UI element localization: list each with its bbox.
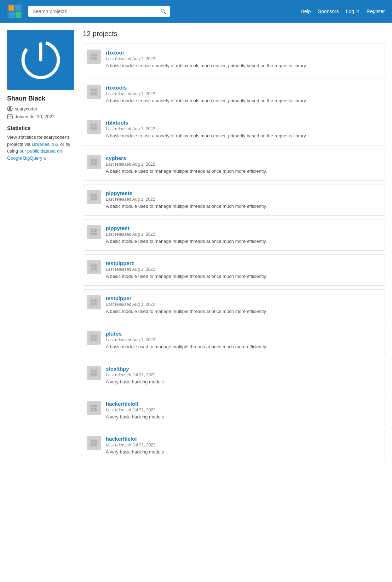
search-wrapper: 🔍 xyxy=(28,6,170,17)
project-thumbnail xyxy=(87,331,101,345)
project-info: rbxtool Last released Aug 1, 2022 A basi… xyxy=(106,50,381,69)
project-description: A basic module to use a variety of roblo… xyxy=(106,133,381,139)
svg-rect-69 xyxy=(91,440,93,443)
svg-rect-62 xyxy=(94,373,97,376)
svg-rect-39 xyxy=(91,229,93,232)
svg-rect-55 xyxy=(94,335,97,337)
project-thumbnail xyxy=(87,120,101,134)
user-meta-username: scarycoder xyxy=(7,106,74,112)
svg-rect-52 xyxy=(94,303,97,305)
svg-rect-58 xyxy=(90,369,98,377)
svg-rect-31 xyxy=(91,162,93,165)
project-info: stealthpy Last released Jul 31, 2022 A v… xyxy=(106,366,381,385)
project-name[interactable]: cyphers xyxy=(106,155,381,161)
project-thumbnail xyxy=(87,401,101,415)
package-icon xyxy=(88,51,99,62)
project-item: cyphers Last released Aug 1, 2022 A basi… xyxy=(83,149,385,181)
project-name[interactable]: hackerfileloll xyxy=(106,401,381,407)
project-thumbnail xyxy=(87,260,101,274)
joined-text: Joined Jul 30, 2022 xyxy=(15,114,55,119)
project-date: Last released Aug 1, 2022 xyxy=(106,337,381,342)
project-info: hackerfileloll Last released Jul 31, 202… xyxy=(106,401,381,420)
svg-rect-26 xyxy=(91,127,93,130)
project-thumbnail xyxy=(87,85,101,99)
project-name[interactable]: rbxtool xyxy=(106,50,381,56)
project-info: rblxtools Last released Aug 1, 2022 A ba… xyxy=(106,120,381,139)
svg-rect-27 xyxy=(94,127,97,130)
project-name[interactable]: testpipper xyxy=(106,295,381,301)
project-thumbnail xyxy=(87,50,101,64)
project-item: testpipper Last released Aug 1, 2022 A b… xyxy=(83,289,385,321)
user-circle-icon xyxy=(7,106,13,112)
project-thumbnail xyxy=(87,366,101,380)
project-thumbnail xyxy=(87,295,101,309)
package-icon xyxy=(88,262,99,273)
nav-sponsors[interactable]: Sponsors xyxy=(318,8,339,14)
project-description: A basic module to use a variety of roblo… xyxy=(106,98,381,104)
libraries-link[interactable]: Libraries.io xyxy=(31,142,54,147)
package-icon xyxy=(88,86,99,97)
project-description: A basic module used to manage multiple t… xyxy=(106,238,381,245)
project-name[interactable]: rbxtools xyxy=(106,85,381,91)
nav-links: Help Sponsors Log in Register xyxy=(301,8,385,14)
project-info: hackerfilelol Last released Jul 31, 2022… xyxy=(106,436,381,455)
project-date: Last released Jul 31, 2022 xyxy=(106,407,381,412)
project-name[interactable]: rblxtools xyxy=(106,120,381,126)
svg-rect-44 xyxy=(91,264,93,267)
svg-rect-19 xyxy=(91,89,93,91)
project-info: plutos Last released Aug 1, 2022 A basic… xyxy=(106,331,381,350)
project-item: rbxtools Last released Aug 1, 2022 A bas… xyxy=(83,79,385,110)
project-date: Last released Aug 1, 2022 xyxy=(106,197,381,202)
projects-area: 12 projects rbxtool Last released Aug 1,… xyxy=(83,30,385,575)
svg-rect-71 xyxy=(91,443,93,446)
svg-rect-57 xyxy=(94,338,97,341)
svg-rect-13 xyxy=(90,52,98,61)
project-name[interactable]: pippytest xyxy=(106,225,381,231)
project-name[interactable]: pippytests xyxy=(106,190,381,196)
svg-rect-37 xyxy=(94,198,97,200)
svg-rect-50 xyxy=(94,299,97,302)
svg-rect-14 xyxy=(91,54,93,56)
svg-rect-24 xyxy=(91,124,93,126)
project-name[interactable]: stealthpy xyxy=(106,366,381,372)
package-icon xyxy=(88,402,99,413)
svg-rect-61 xyxy=(91,373,93,376)
package-icon xyxy=(88,121,99,132)
project-name[interactable]: testpipperz xyxy=(106,260,381,266)
svg-rect-16 xyxy=(91,57,93,59)
project-date: Last released Aug 1, 2022 xyxy=(106,232,381,237)
projects-count: 12 projects xyxy=(83,30,385,38)
logo[interactable] xyxy=(7,4,23,19)
svg-rect-28 xyxy=(90,158,98,166)
project-info: testpipper Last released Aug 1, 2022 A b… xyxy=(106,295,381,315)
project-date: Last released Jul 31, 2022 xyxy=(106,372,381,377)
svg-rect-40 xyxy=(94,229,97,232)
project-info: pippytests Last released Aug 1, 2022 A b… xyxy=(106,190,381,210)
project-date: Last released Aug 1, 2022 xyxy=(106,162,381,167)
project-item: testpipperz Last released Aug 1, 2022 A … xyxy=(83,254,385,286)
project-info: pippytest Last released Aug 1, 2022 A ba… xyxy=(106,225,381,245)
svg-rect-34 xyxy=(91,194,93,197)
project-date: Last released Aug 1, 2022 xyxy=(106,56,381,61)
package-icon xyxy=(88,297,99,308)
svg-rect-48 xyxy=(90,298,98,307)
project-name[interactable]: plutos xyxy=(106,331,381,337)
search-input[interactable] xyxy=(28,6,170,17)
svg-rect-21 xyxy=(91,92,93,95)
project-info: testpipperz Last released Aug 1, 2022 A … xyxy=(106,260,381,280)
svg-rect-22 xyxy=(94,92,97,95)
project-item: rbxtool Last released Aug 1, 2022 A basi… xyxy=(83,44,385,75)
nav-login[interactable]: Log in xyxy=(346,8,359,14)
user-name: Shaun Black xyxy=(7,95,74,102)
svg-rect-47 xyxy=(94,268,97,270)
nav-help[interactable]: Help xyxy=(301,8,311,14)
project-list: rbxtool Last released Aug 1, 2022 A basi… xyxy=(83,44,385,465)
project-name[interactable]: hackerfilelol xyxy=(106,436,381,442)
package-icon xyxy=(88,437,99,449)
profile-banner xyxy=(7,30,74,90)
nav-register[interactable]: Register xyxy=(367,8,385,14)
svg-rect-29 xyxy=(91,159,93,162)
svg-rect-45 xyxy=(94,264,97,267)
package-icon xyxy=(88,332,99,343)
header: 🔍 Help Sponsors Log in Register xyxy=(0,0,392,23)
